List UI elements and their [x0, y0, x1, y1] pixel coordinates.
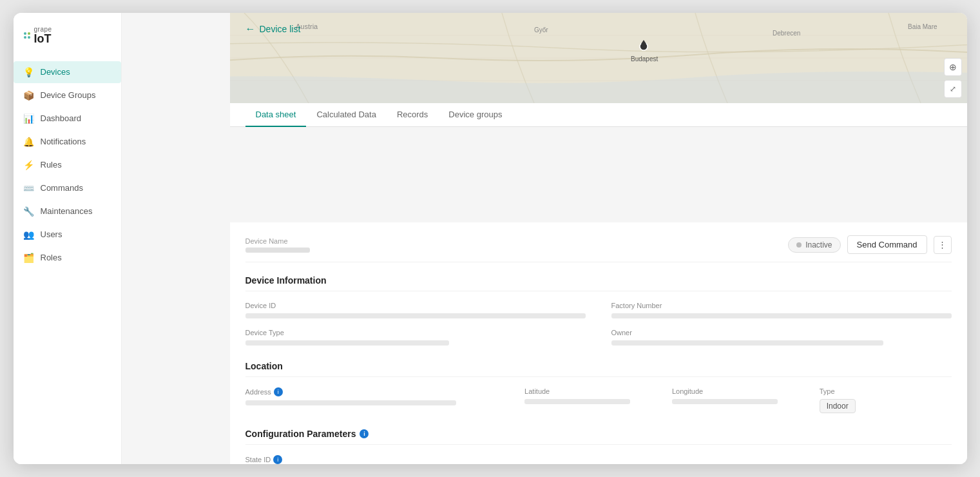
map-expand-button[interactable]: ⤢: [944, 80, 962, 98]
sidebar-item-notifications[interactable]: 🔔 Notifications: [14, 131, 121, 153]
sidebar: grape IoT 💡 Devices 📦 Device Groups 📊 Da…: [14, 13, 122, 464]
notifications-icon: 🔔: [24, 137, 34, 147]
maintenances-icon: 🔧: [24, 206, 34, 217]
latitude-label: Latitude: [524, 387, 657, 395]
configuration-title: Configuration Parameters i: [245, 429, 952, 445]
owner-label: Owner: [611, 329, 952, 336]
device-id-field: Device ID: [245, 302, 586, 318]
detail-scroll[interactable]: Device Name Inactive Send Command ⋮: [230, 222, 967, 464]
longitude-field: Longitude: [672, 387, 804, 413]
status-label: Inactive: [805, 240, 832, 249]
device-name-section: Device Name: [245, 237, 310, 253]
logo: grape IoT: [14, 26, 121, 61]
roles-icon: 🗂️: [24, 253, 34, 263]
state-id-field: State ID i: [245, 455, 952, 464]
sidebar-item-rules-label: Rules: [41, 160, 62, 170]
tab-data-sheet[interactable]: Data sheet: [245, 103, 307, 127]
locate-icon: ⊕: [949, 62, 957, 72]
longitude-label: Longitude: [672, 387, 804, 395]
longitude-value: [672, 399, 778, 404]
main-content: ← Device list: [122, 13, 967, 464]
more-options-button[interactable]: ⋮: [934, 236, 952, 254]
location-fields: Address i Latitude Longitude: [245, 387, 952, 413]
owner-field: Owner: [611, 329, 952, 346]
users-icon: 👥: [24, 229, 34, 240]
sidebar-item-commands[interactable]: ⌨️ Commands: [14, 177, 121, 199]
sidebar-item-devices[interactable]: 💡 Devices: [14, 61, 121, 83]
sidebar-item-device-groups-label: Device Groups: [41, 90, 96, 100]
latitude-field: Latitude: [524, 387, 657, 413]
sidebar-item-users[interactable]: 👥 Users: [14, 224, 121, 246]
back-link[interactable]: ← Device list: [230, 23, 316, 35]
commands-icon: ⌨️: [24, 183, 34, 193]
factory-number-label: Factory Number: [611, 302, 952, 309]
map-svg: Austria Győr Debrecen Baia Mare Budapest: [230, 13, 967, 103]
logo-icon: [24, 32, 30, 39]
configuration-fields: State ID i Consumption ID i: [245, 455, 952, 464]
tab-records[interactable]: Records: [387, 103, 438, 127]
sidebar-item-users-label: Users: [41, 229, 62, 239]
svg-text:Budapest: Budapest: [631, 55, 658, 63]
dashboard-icon: 📊: [24, 113, 34, 124]
map-locate-button[interactable]: ⊕: [944, 58, 962, 76]
state-id-label: State ID i: [245, 455, 952, 464]
device-header: Device Name Inactive Send Command ⋮: [245, 235, 952, 262]
sidebar-item-dashboard[interactable]: 📊 Dashboard: [14, 108, 121, 130]
sidebar-item-devices-label: Devices: [41, 67, 70, 77]
svg-text:Győr: Győr: [534, 26, 548, 34]
device-information-title: Device Information: [245, 275, 952, 291]
device-type-field: Device Type: [245, 329, 586, 346]
device-id-value: [245, 313, 586, 318]
sidebar-item-roles-label: Roles: [41, 253, 62, 262]
logo-dot-2: [28, 32, 30, 35]
logo-dot-4: [28, 36, 30, 39]
device-type-value: [245, 340, 450, 346]
sidebar-item-maintenances-label: Maintenances: [41, 206, 93, 216]
logo-text: grape IoT: [34, 26, 52, 46]
status-badge: Inactive: [788, 237, 840, 253]
sidebar-item-commands-label: Commands: [41, 183, 83, 193]
address-field: Address i: [245, 387, 510, 413]
address-value: [245, 400, 457, 405]
logo-dot-1: [24, 32, 26, 35]
svg-text:Debrecen: Debrecen: [773, 30, 800, 37]
configuration-section: Configuration Parameters i State ID i: [245, 429, 952, 464]
type-label: Type: [820, 387, 952, 395]
factory-number-field: Factory Number: [611, 302, 952, 318]
factory-number-value: [611, 313, 952, 318]
sidebar-item-rules[interactable]: ⚡ Rules: [14, 154, 121, 176]
type-value: Indoor: [820, 399, 856, 413]
devices-icon: 💡: [24, 67, 34, 77]
status-dot: [796, 242, 802, 248]
logo-iot-text: IoT: [34, 33, 52, 46]
tabs-container: Data sheet Calculated Data Records Devic…: [230, 103, 967, 127]
sidebar-item-notifications-label: Notifications: [41, 137, 86, 146]
owner-value: [611, 340, 883, 346]
type-field: Type Indoor: [820, 387, 952, 413]
logo-dot-3: [24, 36, 26, 39]
rules-icon: ⚡: [24, 160, 34, 170]
map-container: Austria Győr Debrecen Baia Mare Budapest…: [230, 13, 967, 103]
state-id-info-icon: i: [273, 455, 282, 464]
sidebar-item-roles[interactable]: 🗂️ Roles: [14, 247, 121, 269]
send-command-button[interactable]: Send Command: [847, 235, 927, 254]
sidebar-item-device-groups[interactable]: 📦 Device Groups: [14, 84, 121, 106]
device-id-label: Device ID: [245, 302, 586, 309]
tab-calculated-data[interactable]: Calculated Data: [306, 103, 387, 127]
expand-icon: ⤢: [950, 84, 956, 93]
location-section: Location Address i Latitude: [245, 361, 952, 413]
sidebar-nav: 💡 Devices 📦 Device Groups 📊 Dashboard 🔔 …: [14, 61, 121, 269]
tab-device-groups[interactable]: Device groups: [438, 103, 512, 127]
device-type-label: Device Type: [245, 329, 586, 336]
sidebar-item-maintenances[interactable]: 🔧 Maintenances: [14, 200, 121, 222]
tabs-bar: Data sheet Calculated Data Records Devic…: [245, 103, 513, 126]
sidebar-item-dashboard-label: Dashboard: [41, 113, 82, 123]
device-information-fields: Device ID Factory Number Device Type: [245, 302, 952, 346]
svg-text:Baia Mare: Baia Mare: [908, 23, 937, 30]
address-label: Address i: [245, 387, 510, 396]
more-icon: ⋮: [938, 240, 946, 249]
device-groups-icon: 📦: [24, 90, 34, 101]
configuration-info-icon: i: [360, 429, 369, 438]
device-information-section: Device Information Device ID Factory Num…: [245, 275, 952, 346]
back-arrow-icon: ←: [245, 23, 256, 35]
